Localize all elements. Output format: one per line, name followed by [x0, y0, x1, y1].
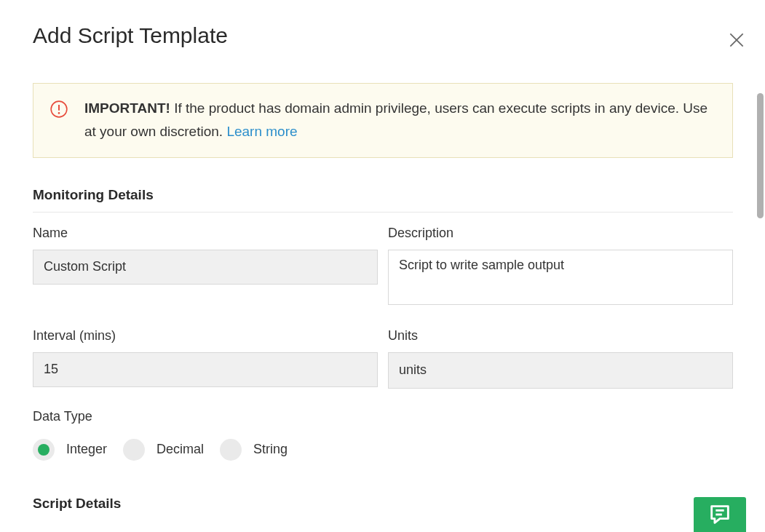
- radio-decimal[interactable]: Decimal: [123, 439, 204, 461]
- alert-banner: IMPORTANT! If the product has domain adm…: [33, 83, 733, 158]
- warning-icon: [49, 100, 68, 119]
- close-icon: [727, 31, 746, 49]
- interval-input[interactable]: [33, 352, 378, 387]
- alert-body: If the product has domain admin privileg…: [84, 100, 707, 139]
- datatype-radio-group: Integer Decimal String: [33, 439, 742, 461]
- units-input[interactable]: [388, 352, 733, 389]
- section-divider: [33, 212, 733, 213]
- alert-text: IMPORTANT! If the product has domain adm…: [84, 97, 716, 144]
- svg-point-4: [58, 112, 60, 114]
- scrollbar-thumb[interactable]: [757, 93, 764, 218]
- radio-icon: [123, 439, 145, 461]
- name-label: Name: [33, 226, 378, 241]
- datatype-label: Data Type: [33, 409, 742, 424]
- radio-icon: [220, 439, 242, 461]
- chat-button[interactable]: [694, 497, 746, 532]
- radio-icon: [33, 439, 55, 461]
- description-input[interactable]: Script to write sample output: [388, 250, 733, 305]
- units-label: Units: [388, 328, 733, 344]
- chat-icon: [707, 502, 732, 527]
- description-label: Description: [388, 226, 733, 241]
- section-script-title: Script Details: [33, 496, 742, 512]
- name-input[interactable]: [33, 250, 378, 285]
- radio-decimal-label: Decimal: [156, 442, 204, 457]
- radio-string[interactable]: String: [220, 439, 288, 461]
- section-monitoring-title: Monitoring Details: [33, 187, 742, 203]
- radio-string-label: String: [253, 442, 288, 457]
- alert-strong: IMPORTANT!: [84, 100, 170, 116]
- radio-integer[interactable]: Integer: [33, 439, 107, 461]
- interval-label: Interval (mins): [33, 328, 378, 344]
- page-title: Add Script Template: [33, 23, 228, 48]
- learn-more-link[interactable]: Learn more: [226, 124, 297, 139]
- radio-integer-label: Integer: [66, 442, 107, 457]
- close-button[interactable]: [724, 28, 749, 55]
